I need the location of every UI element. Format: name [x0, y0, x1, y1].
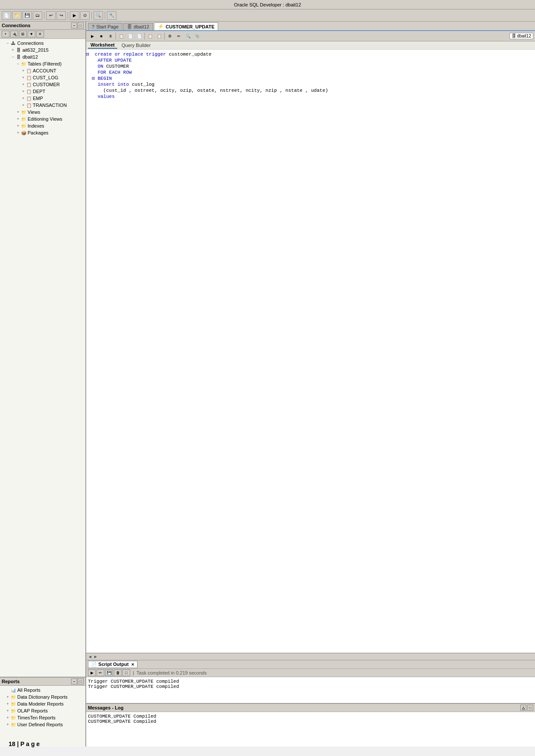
output-line-1: Trigger CUSTOMER_UPDATE compiled [88, 679, 533, 684]
reports-label: Reports [2, 679, 20, 684]
tab-customer-update-icon: ⚡ [158, 24, 164, 29]
schema-browser-btn[interactable]: ⊞ [19, 31, 27, 37]
reports-close-btn[interactable]: □ [78, 678, 84, 684]
attach-btn[interactable]: 📎 [193, 32, 201, 40]
tree-node-transaction[interactable]: + 📋 TRANSACTION [0, 102, 85, 109]
tree-node-ait632[interactable]: + 🗄 ait632_2015 [0, 47, 85, 53]
toolbar-btn-search[interactable]: 🔍 [94, 11, 103, 20]
tab-dbait12-icon: 🗄 [127, 24, 132, 29]
tab-query-builder-label: Query Builder [122, 43, 150, 48]
toolbar-btn-redo[interactable]: ↪ [56, 11, 66, 20]
tree-node-indexes[interactable]: + 📁 Indexes [0, 122, 85, 129]
tree-node-packages[interactable]: + 📦 Packages [0, 129, 85, 136]
format-btn[interactable]: 📋 [155, 32, 163, 40]
left-panel: Connections − □ + 🔌 ⊞ ▼ ✕ − 🖧 Con [0, 22, 86, 747]
settings-btn[interactable]: ⚙ [166, 32, 174, 40]
toolbar-btn-undo[interactable]: ↩ [46, 11, 56, 20]
reports-panel: Reports − □ 📊 All Reports + [0, 678, 85, 747]
tree-node-user-defined-reports[interactable]: + 📁 User Defined Reports [0, 721, 85, 728]
script-output-label: Script Output [98, 662, 128, 667]
tree-node-timesten-reports[interactable]: + 📁 TimesTen Reports [0, 714, 85, 721]
tab-query-builder[interactable]: Query Builder [119, 42, 153, 48]
toolbar-btn-run[interactable]: ▶ [70, 11, 79, 20]
reports-panel-btns: − □ [71, 678, 84, 684]
tree-node-data-dictionary-reports[interactable]: + 📁 Data Dictionary Reports [0, 694, 85, 700]
editor-tab-bar: ? Start Page 🗄 dbait12 ⚡ CUSTOMER_UPDATE [86, 22, 535, 31]
code-line-6: insert into cust_log [86, 81, 533, 87]
page-footer: 18 | P a g e [9, 740, 40, 747]
output-area: Trigger CUSTOMER_UPDATE compiled Trigger… [86, 677, 535, 703]
messages-close-btn[interactable]: □ [527, 705, 533, 711]
delete-connection-btn[interactable]: ✕ [36, 31, 44, 37]
conn-icon: 🗄 [512, 34, 516, 38]
output-more-btn[interactable]: □ [122, 669, 130, 676]
output-run-btn[interactable]: ▶ [88, 669, 96, 676]
debug-btn[interactable]: ⏸ [106, 32, 115, 40]
code-line-3: ON CUSTOMER [86, 63, 533, 69]
reports-minimize-btn[interactable]: − [71, 678, 77, 684]
script-output-close[interactable]: ✕ [131, 662, 135, 667]
message-line-2: CUSTOMER_UPDATE Compiled [88, 719, 533, 724]
tree-node-emp[interactable]: + 📋 EMP [0, 95, 85, 102]
toolbar-btn-new[interactable]: 📄 [2, 11, 11, 20]
toolbar-btn-open[interactable]: 📁 [12, 11, 22, 20]
connections-close-btn[interactable]: □ [78, 22, 84, 28]
tree-node-olap-reports[interactable]: + 📁 OLAP Reports [0, 707, 85, 714]
title-text: Oracle SQL Developer : dbait12 [234, 2, 301, 7]
code-editor[interactable]: ⊟ create or replace trigger customer_upd… [86, 50, 535, 653]
tab-worksheet[interactable]: Worksheet [88, 42, 117, 49]
tab-dbait12[interactable]: 🗄 dbait12 [123, 23, 153, 30]
toolbar-btn-settings[interactable]: 🔧 [107, 11, 116, 20]
tab-customer-update[interactable]: ⚡ CUSTOMER_UPDATE [154, 22, 218, 30]
toolbar-btn-save[interactable]: 💾 [22, 11, 32, 20]
tree-node-data-modeler-reports[interactable]: + 📁 Data Modeler Reports [0, 700, 85, 707]
tab-start-page-label: Start Page [96, 24, 119, 29]
tree-node-dbait12[interactable]: − 🗄 dbait12 [0, 53, 85, 60]
copy-btn[interactable]: 📄 [135, 32, 144, 40]
tree-node-all-reports[interactable]: 📊 All Reports [0, 687, 85, 694]
page-number: 18 | P a g e [9, 740, 40, 747]
connections-tree[interactable]: − 🖧 Connections + 🗄 ait632_2015 − [0, 39, 85, 677]
stop-btn[interactable]: ■ [97, 32, 106, 40]
tree-node-cust-log[interactable]: + 📋 CUST_LOG [0, 74, 85, 81]
code-line-7: (cust_id , ostreet, ocity, ozip, ostate,… [86, 87, 533, 94]
edit-btn[interactable]: ✏ [175, 32, 183, 40]
connections-label: Connections [2, 23, 31, 28]
output-clear-btn[interactable]: 🗑 [114, 669, 122, 676]
tab-script-output[interactable]: 📄 Script Output ✕ [88, 661, 138, 668]
reports-tree[interactable]: 📊 All Reports + 📁 Data Dictionary Report… [0, 686, 85, 747]
tree-node-dept[interactable]: + 📋 DEPT [0, 88, 85, 95]
tree-node-editioning-views[interactable]: + 📁 Editioning Views [0, 116, 85, 122]
messages-minimize-btn[interactable]: △ [520, 705, 526, 711]
output-save-btn[interactable]: 💾 [105, 669, 113, 676]
messages-header: Messages - Log △ □ [86, 704, 535, 712]
paste-btn[interactable]: 📋 [146, 32, 154, 40]
connections-minimize-btn[interactable]: − [71, 22, 77, 28]
tab-start-page[interactable]: ? Start Page [88, 23, 122, 30]
run-btn[interactable]: ▶ [88, 32, 97, 40]
find-btn[interactable]: 🔍 [184, 32, 192, 40]
messages-area: CUSTOMER_UPDATE Compiled CUSTOMER_UPDATE… [86, 712, 535, 747]
code-line-2: AFTER UPDATE [86, 57, 533, 63]
compile-debug-btn[interactable]: 📄 [126, 32, 135, 40]
tab-start-page-icon: ? [92, 24, 94, 29]
filter-btn[interactable]: ▼ [28, 31, 35, 37]
global-toolbar: 📄 📁 💾 🗂 ↩ ↪ ▶ ⊙ 🔍 🔧 [0, 9, 535, 22]
compile-btn[interactable]: 📋 [117, 32, 125, 40]
tree-node-account[interactable]: + 📋 ACCOUNT [0, 67, 85, 74]
output-line-2: Trigger CUSTOMER_UPDATE compiled [88, 684, 533, 689]
toolbar-btn-save-all[interactable]: 🗂 [33, 11, 42, 20]
code-line-4: FOR EACH ROW [86, 69, 533, 75]
tree-node-tables-filtered[interactable]: − 📁 Tables (Filtered) [0, 60, 85, 67]
output-stop-btn[interactable]: ✏ [97, 669, 104, 676]
tree-node-views[interactable]: + 📁 Views [0, 109, 85, 116]
tab-dbait12-label: dbait12 [134, 24, 149, 29]
add-connection-btn[interactable]: + [2, 31, 9, 37]
reports-panel-header: Reports − □ [0, 678, 85, 686]
inner-tab-bar: Worksheet Query Builder [86, 41, 535, 50]
connection-indicator[interactable]: 🗄 dbait12 [510, 33, 533, 39]
tree-node-customer[interactable]: + 📋 CUSTOMER [0, 81, 85, 88]
tree-node-connections-root[interactable]: − 🖧 Connections [0, 40, 85, 47]
refresh-connection-btn[interactable]: 🔌 [10, 31, 18, 37]
toolbar-btn-debug[interactable]: ⊙ [80, 11, 90, 20]
